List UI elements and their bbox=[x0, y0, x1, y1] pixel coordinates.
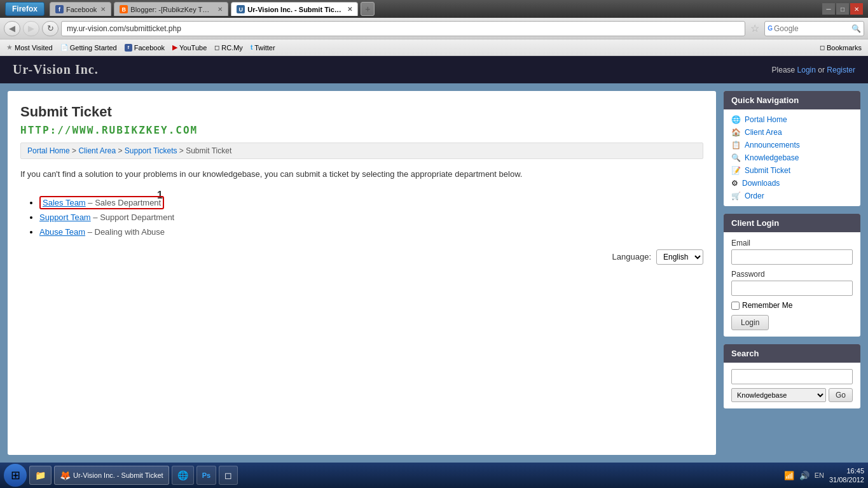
bookmarks-menu[interactable]: ◻ Bookmarks bbox=[817, 43, 864, 53]
search-row: Knowledgebase Go bbox=[731, 388, 853, 402]
description: If you can't find a solution to your pro… bbox=[20, 168, 703, 181]
email-input[interactable] bbox=[731, 249, 853, 265]
go-button[interactable]: Go bbox=[829, 388, 853, 402]
bookmarks-menu-icon: ◻ bbox=[820, 44, 825, 51]
tab-urvision[interactable]: U Ur-Vision Inc. - Submit Ticket ✕ bbox=[231, 2, 358, 16]
bookmark-most-visited[interactable]: ★ Most Visited bbox=[4, 42, 55, 53]
nav-order[interactable]: 🛒 Order bbox=[724, 190, 860, 202]
minimize-button[interactable]: ─ bbox=[822, 3, 835, 15]
new-tab-button[interactable]: + bbox=[361, 2, 375, 16]
login-link[interactable]: Login bbox=[797, 66, 816, 74]
tab-blogger-label: Blogger: -[RubikzKey TD]- - Create P... bbox=[130, 6, 214, 13]
tab-close-icon2[interactable]: ✕ bbox=[217, 6, 223, 13]
breadcrumb-portal-home[interactable]: Portal Home bbox=[27, 146, 70, 155]
sales-team-desc: – Sales Department bbox=[88, 198, 161, 207]
breadcrumb-support-tickets[interactable]: Support Tickets bbox=[125, 146, 177, 155]
language-select[interactable]: English bbox=[656, 249, 703, 265]
announcements-icon: 📋 bbox=[731, 141, 741, 150]
twitter-icon: t bbox=[251, 44, 252, 51]
nav-downloads[interactable]: ⚙ Downloads bbox=[724, 177, 860, 190]
search-input[interactable] bbox=[774, 24, 850, 33]
nav-knowledgebase[interactable]: 🔍 Knowledgebase bbox=[724, 151, 860, 164]
search-box: Search Knowledgebase Go bbox=[724, 344, 860, 408]
search-icon: 🔍 bbox=[851, 24, 861, 33]
facebook-bm-label: Facebook bbox=[134, 44, 165, 52]
remember-me-checkbox[interactable] bbox=[731, 302, 740, 310]
nav-bar: ◀ ▶ ↻ ☆ G 🔍 bbox=[0, 18, 868, 39]
tab-urvision-label: Ur-Vision Inc. - Submit Ticket bbox=[247, 6, 343, 13]
bookmarks-bar: ★ Most Visited 📄 Getting Started f Faceb… bbox=[0, 39, 868, 56]
search-box-title: Search bbox=[724, 344, 860, 363]
nav-portal-home[interactable]: 🌐 Portal Home bbox=[724, 113, 860, 126]
client-login-box: Client Login Email Password Remember Me bbox=[724, 214, 860, 337]
dept-sales: Sales Team – Sales Department bbox=[39, 198, 703, 207]
facebook-favicon: f bbox=[55, 5, 64, 13]
tab-blogger[interactable]: B Blogger: -[RubikzKey TD]- - Create P..… bbox=[114, 2, 228, 16]
maximize-button[interactable]: □ bbox=[836, 3, 849, 15]
blogger-favicon: B bbox=[120, 5, 128, 13]
bookmark-getting-started[interactable]: 📄 Getting Started bbox=[58, 43, 120, 53]
sales-team-link[interactable]: Sales Team bbox=[43, 198, 86, 207]
register-link[interactable]: Register bbox=[827, 66, 855, 74]
tab-close-icon[interactable]: ✕ bbox=[100, 6, 106, 13]
breadcrumb-client-area[interactable]: Client Area bbox=[78, 146, 116, 155]
tab-facebook[interactable]: f Facebook ✕ bbox=[50, 2, 111, 16]
submit-ticket-icon: 📝 bbox=[731, 166, 741, 175]
quick-nav-title: Quick Navigation bbox=[724, 91, 860, 109]
department-list: Sales Team – Sales Department Support Te… bbox=[20, 198, 703, 237]
abuse-team-link[interactable]: Abuse Team bbox=[39, 227, 85, 237]
bookmark-rcmy[interactable]: ◻ RC.My bbox=[212, 43, 245, 53]
watermark: HTTP://WWW.RUBIKZKEY.COM bbox=[20, 124, 703, 136]
tab-close-icon3[interactable]: ✕ bbox=[347, 6, 352, 13]
close-button[interactable]: ✕ bbox=[850, 3, 863, 15]
portal-home-icon: 🌐 bbox=[731, 115, 741, 124]
star-icon[interactable]: ☆ bbox=[748, 22, 762, 34]
search-box-inner: Knowledgebase Go bbox=[724, 363, 860, 408]
bookmark-youtube[interactable]: ▶ YouTube bbox=[170, 42, 209, 53]
support-team-desc: – Support Department bbox=[93, 213, 174, 222]
getting-started-icon: 📄 bbox=[60, 44, 68, 51]
password-group: Password bbox=[731, 270, 853, 296]
tab-facebook-label: Facebook bbox=[66, 6, 97, 13]
dept-abuse: Abuse Team – Dealing with Abuse bbox=[39, 227, 703, 237]
firefox-button[interactable]: Firefox bbox=[5, 2, 45, 16]
password-input[interactable] bbox=[731, 281, 853, 296]
support-team-link[interactable]: Support Team bbox=[39, 213, 91, 222]
language-label: Language: bbox=[612, 252, 651, 261]
most-visited-label: Most Visited bbox=[15, 44, 53, 52]
youtube-icon: ▶ bbox=[172, 43, 177, 52]
dept-support: Support Team – Support Department bbox=[39, 213, 703, 222]
password-label: Password bbox=[731, 270, 853, 279]
abuse-team-desc: – Dealing with Abuse bbox=[88, 227, 165, 237]
breadcrumb: Portal Home > Client Area > Support Tick… bbox=[20, 143, 703, 159]
bookmark-twitter[interactable]: t Twitter bbox=[248, 43, 278, 53]
login-button[interactable]: Login bbox=[731, 315, 769, 330]
nav-announcements[interactable]: 📋 Announcements bbox=[724, 139, 860, 151]
remember-me-row: Remember Me bbox=[731, 301, 853, 310]
urvision-favicon: U bbox=[237, 5, 245, 13]
nav-client-area[interactable]: 🏠 Client Area bbox=[724, 126, 860, 139]
address-bar[interactable] bbox=[61, 21, 745, 36]
quick-nav-box: Quick Navigation 🌐 Portal Home 🏠 Client … bbox=[724, 91, 860, 206]
breadcrumb-sep2: > bbox=[118, 146, 124, 155]
bookmark-facebook[interactable]: f Facebook bbox=[122, 43, 167, 53]
breadcrumb-sep3: > bbox=[179, 146, 186, 155]
breadcrumb-sep1: > bbox=[72, 146, 78, 155]
facebook-bm-icon: f bbox=[125, 44, 132, 52]
browser-titlebar: Firefox f Facebook ✕ B Blogger: -[Rubikz… bbox=[0, 0, 868, 18]
client-login-title: Client Login bbox=[724, 214, 860, 232]
site-title: Ur-Vision Inc. bbox=[13, 62, 99, 77]
email-group: Email bbox=[731, 239, 853, 265]
search-bar: G 🔍 bbox=[764, 21, 864, 36]
email-label: Email bbox=[731, 239, 853, 247]
breadcrumb-submit-ticket: Submit Ticket bbox=[186, 146, 231, 155]
language-row: Language: English bbox=[20, 249, 703, 265]
search-type-select[interactable]: Knowledgebase bbox=[731, 388, 826, 402]
reload-button[interactable]: ↻ bbox=[42, 21, 59, 36]
sidebar: Quick Navigation 🌐 Portal Home 🏠 Client … bbox=[724, 91, 860, 455]
back-button[interactable]: ◀ bbox=[4, 21, 20, 36]
forward-button[interactable]: ▶ bbox=[23, 21, 39, 36]
nav-submit-ticket[interactable]: 📝 Submit Ticket bbox=[724, 164, 860, 177]
search-text-input[interactable] bbox=[731, 369, 853, 384]
window-controls: ─ □ ✕ bbox=[822, 3, 863, 15]
